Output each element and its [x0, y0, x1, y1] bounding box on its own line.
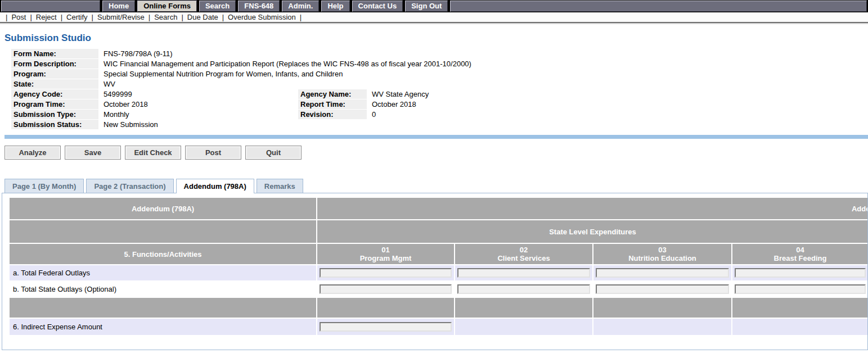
detail-row-type: Submission Type: Monthly Revision: 0 — [11, 110, 866, 120]
column-header-row: 5. Functions/Activities 01 Program Mgmt … — [10, 244, 868, 264]
nav-online-forms[interactable]: Online Forms — [137, 1, 197, 12]
column-name: Client Services — [497, 254, 550, 262]
program-time-label: Program Time: — [11, 99, 98, 109]
menu-separator: | — [88, 13, 97, 21]
detail-row-form-description: Form Description: WIC Financial Manageme… — [11, 59, 866, 69]
form-tab-strip: Page 1 (By Month) Page 2 (Transaction) A… — [0, 179, 868, 193]
column-header-02-client-services: 02 Client Services — [455, 244, 592, 264]
agency-name-value: WV State Agency — [367, 89, 866, 99]
form-name-value: FNS-798/798A (9-11) — [98, 49, 866, 58]
submission-status-value: New Submission — [98, 120, 866, 129]
agency-code-label: Agency Code: — [11, 89, 98, 99]
state-outlays-04-input[interactable] — [735, 284, 866, 294]
nav-sign-out[interactable]: Sign Out — [405, 1, 448, 12]
detail-row-form-name: Form Name: FNS-798/798A (9-11) — [11, 49, 866, 59]
action-button-row: Analyze Save Edit Check Post Quit — [5, 146, 868, 160]
nav-help[interactable]: Help — [321, 1, 349, 12]
addendum-table: Addendum (798A) Addendum (798A) State Le… — [8, 197, 868, 336]
menu-separator: | — [57, 13, 66, 21]
form-description-value: WIC Financial Management and Participati… — [98, 59, 866, 69]
menu-separator: | — [218, 13, 228, 21]
submission-menu-bar: | Post | Reject | Certify | Submit/Revis… — [0, 12, 868, 23]
nav-admin[interactable]: Admin. — [282, 1, 319, 12]
column-code: 04 — [732, 246, 868, 254]
menu-separator: | — [26, 13, 35, 21]
tab-page-2-transaction[interactable]: Page 2 (Transaction) — [86, 179, 173, 193]
post-button[interactable]: Post — [185, 146, 241, 160]
row-indirect-expense: 6. Indirect Expense Amount — [10, 319, 868, 335]
spacer-cell — [317, 298, 454, 318]
spacer-cell — [732, 298, 868, 318]
column-header-01-program-mgmt: 01 Program Mgmt — [317, 244, 454, 264]
nav-contact-us[interactable]: Contact Us — [352, 1, 403, 12]
agency-code-value: 5499999 — [98, 89, 298, 99]
analyze-button[interactable]: Analyze — [5, 146, 61, 160]
tab-page-1-by-month[interactable]: Page 1 (By Month) — [5, 179, 84, 193]
federal-outlays-01-input[interactable] — [320, 268, 452, 278]
menu-submit-revise[interactable]: Submit/Revise — [97, 13, 145, 21]
federal-outlays-04-input[interactable] — [735, 268, 866, 278]
revision-label: Revision: — [298, 110, 367, 119]
save-button[interactable]: Save — [65, 146, 121, 160]
submission-details: Form Name: FNS-798/798A (9-11) Form Desc… — [11, 49, 866, 130]
state-outlays-03-input[interactable] — [596, 284, 729, 294]
total-state-outlays-label: b. Total State Outlays (Optional) — [10, 282, 316, 297]
section-divider — [5, 135, 868, 139]
column-code: 02 — [455, 246, 592, 254]
menu-separator: | — [2, 13, 11, 21]
state-level-expenditures-header: State Level Expenditures — [317, 220, 868, 243]
page-title: Submission Studio — [5, 33, 868, 44]
indirect-empty-cell — [593, 319, 731, 335]
menu-search[interactable]: Search — [154, 13, 177, 21]
quit-button[interactable]: Quit — [245, 146, 302, 160]
column-name: Breast Feeding — [774, 254, 827, 262]
section-header-row: State Level Expenditures — [10, 220, 868, 243]
report-time-label: Report Time: — [298, 99, 367, 109]
spacer-cell — [593, 298, 731, 318]
federal-outlays-02-input[interactable] — [457, 268, 590, 278]
federal-outlays-03-input[interactable] — [596, 268, 729, 278]
column-name: Program Mgmt — [360, 254, 412, 262]
revision-value: 0 — [367, 110, 866, 119]
spacer-cell — [455, 298, 592, 318]
nav-fns-648[interactable]: FNS-648 — [238, 1, 280, 12]
row-total-federal-outlays: a. Total Federal Outlays — [10, 265, 868, 280]
detail-row-status: Submission Status: New Submission — [11, 120, 866, 130]
indirect-expense-label: 6. Indirect Expense Amount — [10, 319, 316, 335]
column-code: 03 — [593, 246, 731, 254]
report-time-value: October 2018 — [367, 99, 866, 109]
nav-left-spacer — [1, 1, 100, 12]
column-header-04-breast-feeding: 04 Breast Feeding — [732, 244, 868, 264]
column-name: Nutrition Education — [628, 254, 696, 262]
indirect-empty-cell — [732, 319, 868, 335]
top-navigation-bar: Home Online Forms Search FNS-648 Admin. … — [0, 0, 868, 12]
edit-check-button[interactable]: Edit Check — [125, 146, 181, 160]
menu-reject[interactable]: Reject — [36, 13, 57, 21]
agency-name-label: Agency Name: — [298, 89, 367, 99]
state-outlays-02-input[interactable] — [457, 284, 590, 294]
nav-home[interactable]: Home — [102, 1, 135, 12]
detail-row-agency: Agency Code: 5499999 Agency Name: WV Sta… — [11, 89, 866, 99]
form-name-label: Form Name: — [11, 49, 98, 58]
state-label: State: — [11, 79, 98, 89]
menu-due-date[interactable]: Due Date — [187, 13, 218, 21]
menu-overdue-submission[interactable]: Overdue Submission — [228, 13, 296, 21]
nav-search[interactable]: Search — [199, 1, 236, 12]
detail-row-program: Program: Special Supplemental Nutrition … — [11, 69, 866, 79]
indirect-expense-input[interactable] — [320, 322, 452, 332]
column-header-03-nutrition-education: 03 Nutrition Education — [593, 244, 731, 264]
menu-post[interactable]: Post — [11, 13, 26, 21]
total-federal-outlays-label: a. Total Federal Outlays — [10, 265, 316, 280]
state-outlays-01-input[interactable] — [320, 284, 452, 294]
menu-certify[interactable]: Certify — [66, 13, 88, 21]
tab-addendum-798a[interactable]: Addendum (798A) — [176, 179, 254, 193]
column-code: 01 — [317, 246, 454, 254]
submission-type-label: Submission Type: — [11, 110, 98, 119]
spacer-row — [10, 298, 868, 318]
section-header-spacer — [10, 220, 316, 243]
form-description-label: Form Description: — [11, 59, 98, 69]
addendum-tab-panel: Addendum (798A) Addendum (798A) State Le… — [2, 193, 868, 350]
program-value: Special Supplemental Nutrition Program f… — [98, 69, 866, 79]
tab-remarks[interactable]: Remarks — [257, 179, 303, 193]
program-time-value: October 2018 — [98, 99, 298, 109]
